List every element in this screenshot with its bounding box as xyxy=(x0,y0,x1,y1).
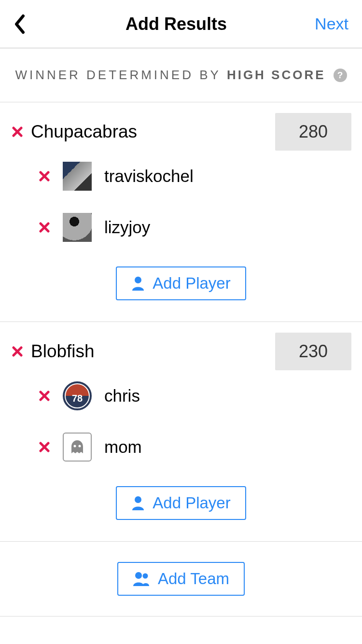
add-player-button[interactable]: Add Player xyxy=(116,486,246,520)
add-team-label: Add Team xyxy=(158,570,229,588)
close-icon xyxy=(12,346,23,357)
add-player-wrap: Add Player xyxy=(0,486,362,520)
add-player-wrap: Add Player xyxy=(0,266,362,300)
next-button[interactable]: Next xyxy=(310,14,348,33)
svg-point-6 xyxy=(135,277,141,283)
avatar xyxy=(63,433,92,462)
avatar: 78 xyxy=(63,381,92,410)
player-name: traviskochel xyxy=(104,167,194,186)
ghost-icon xyxy=(69,439,85,455)
help-icon[interactable]: ? xyxy=(334,69,347,82)
people-icon xyxy=(133,572,150,586)
score-input[interactable]: 230 xyxy=(275,333,351,370)
player-row: lizyjoy xyxy=(0,202,362,253)
score-input[interactable]: 280 xyxy=(275,113,351,151)
team-header: Blobfish 230 xyxy=(0,322,362,370)
winner-rule-emphasis: HIGH SCORE xyxy=(227,68,326,83)
winner-rule-bar: WINNER DETERMINED BY HIGH SCORE ? xyxy=(0,48,362,102)
team-block: Blobfish 230 78 chris xyxy=(0,322,362,542)
remove-player-button[interactable] xyxy=(38,440,51,454)
avatar xyxy=(63,213,92,242)
close-icon xyxy=(39,442,50,452)
badge-icon: 78 xyxy=(63,381,92,410)
svg-point-19 xyxy=(143,574,148,579)
player-name: lizyjoy xyxy=(104,218,150,237)
remove-player-button[interactable] xyxy=(38,169,51,183)
winner-rule-prefix: WINNER DETERMINED BY xyxy=(15,68,221,83)
svg-point-15 xyxy=(74,445,76,448)
player-row: mom xyxy=(0,421,362,473)
add-player-label: Add Player xyxy=(153,274,230,293)
header: Add Results Next xyxy=(0,0,362,48)
team-block: Chupacabras 280 traviskochel lizyjoy xyxy=(0,102,362,322)
team-name: Chupacabras xyxy=(31,122,275,142)
avatar xyxy=(63,162,92,191)
remove-player-button[interactable] xyxy=(38,389,51,403)
player-name: mom xyxy=(104,437,142,457)
svg-point-16 xyxy=(79,445,81,448)
svg-point-17 xyxy=(135,496,141,503)
add-player-button[interactable]: Add Player xyxy=(116,266,246,300)
player-row: traviskochel xyxy=(0,151,362,202)
add-team-button[interactable]: Add Team xyxy=(117,562,245,596)
svg-point-18 xyxy=(135,572,142,579)
close-icon xyxy=(39,222,50,233)
player-name: chris xyxy=(104,386,140,406)
remove-player-button[interactable] xyxy=(38,221,51,234)
chevron-left-icon xyxy=(14,14,25,34)
remove-team-button[interactable] xyxy=(11,125,24,139)
player-row: 78 chris xyxy=(0,370,362,421)
close-icon xyxy=(39,391,50,401)
add-team-wrap: Add Team xyxy=(0,542,362,616)
svg-text:78: 78 xyxy=(72,393,83,404)
back-button[interactable] xyxy=(14,14,42,34)
remove-team-button[interactable] xyxy=(11,345,24,358)
close-icon xyxy=(39,171,50,182)
page-title: Add Results xyxy=(125,14,227,34)
close-icon xyxy=(12,126,23,137)
person-icon xyxy=(131,496,145,510)
add-player-label: Add Player xyxy=(153,494,230,512)
team-header: Chupacabras 280 xyxy=(0,102,362,151)
team-name: Blobfish xyxy=(31,341,275,362)
person-icon xyxy=(131,276,145,291)
